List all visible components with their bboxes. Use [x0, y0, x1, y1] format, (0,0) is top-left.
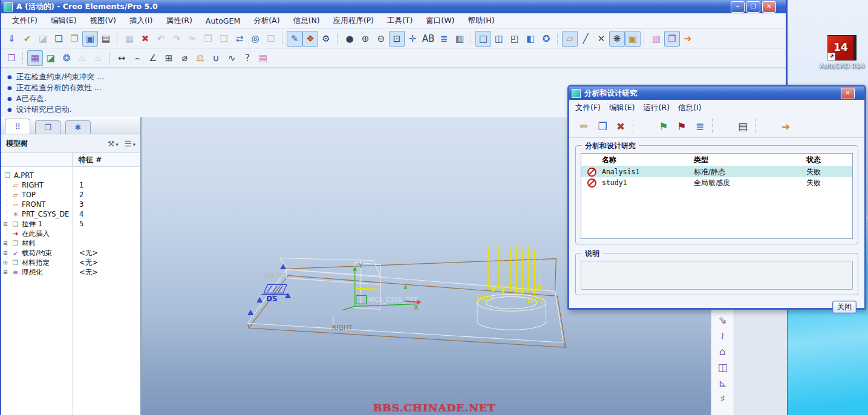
mass-props-icon[interactable]: ⚖	[192, 50, 208, 66]
layers-icon[interactable]: ≣	[436, 31, 452, 47]
context-help-icon[interactable]: ?	[240, 50, 255, 66]
axis-display-icon[interactable]: ╱	[578, 31, 593, 47]
menu-item[interactable]: 视图(V)	[84, 14, 122, 28]
menu-item[interactable]: 帮助(H)	[462, 14, 500, 28]
view-manager-icon[interactable]: ▥	[452, 31, 468, 47]
mass-icon[interactable]: ⌂	[719, 346, 726, 357]
stop-run-icon[interactable]: ⚑	[673, 119, 691, 134]
zoom-out-icon[interactable]: ⊖	[373, 31, 389, 47]
menu-item[interactable]: 文件(F)	[6, 14, 44, 28]
dialog-menu-item[interactable]: 编辑(E)	[609, 101, 642, 115]
dialog-menu-item[interactable]: 运行(R)	[644, 101, 677, 115]
edit-analysis-icon[interactable]: ✏	[575, 119, 593, 134]
save-copy-icon[interactable]: ⇓	[4, 31, 19, 47]
results-icon[interactable]: ➔	[680, 31, 696, 47]
delete-icon[interactable]: ✖	[137, 31, 153, 47]
sketch-diagnostics-icon[interactable]: ✎	[287, 31, 302, 47]
model-tree-tab[interactable]: ⠿	[5, 119, 30, 134]
tree-item-extrude1[interactable]: ⊞ ❏ 拉伸 1 5	[1, 219, 140, 229]
tree-item-material-assign[interactable]: ⊞ ❐ 材料指定 <无>	[1, 258, 140, 267]
tree-item-prt-csys[interactable]: ✳ PRT_CSYS_DE 4	[1, 209, 140, 219]
force-load-icon[interactable]: ⇘	[718, 315, 726, 325]
menu-item[interactable]: 应用程序(P)	[327, 14, 380, 28]
measure-angle-icon[interactable]: ∠	[145, 50, 161, 66]
favorites-tab[interactable]: ✱	[65, 120, 91, 134]
expand-icon[interactable]: ⊞	[3, 250, 11, 256]
expand-icon[interactable]: ⊞	[3, 269, 11, 275]
run-status-icon[interactable]: ≣	[691, 119, 709, 134]
plane-display-icon[interactable]: ▱	[562, 31, 578, 47]
hiddenline-view-icon[interactable]: ◫	[491, 31, 507, 47]
menu-item[interactable]: 信息(N)	[287, 14, 326, 28]
folder-browser-tab[interactable]: ❐	[35, 120, 60, 134]
csys-display-icon[interactable]: ❋	[609, 31, 625, 47]
tree-item-top[interactable]: ▱ TOP 2	[1, 190, 140, 200]
beam-section-icon[interactable]: ⊾	[718, 377, 726, 388]
menu-item[interactable]: 工具(T)	[381, 14, 419, 28]
shell-pair-icon[interactable]: ◫	[717, 362, 727, 373]
lattice-icon[interactable]: ♯	[720, 393, 725, 404]
image-icon[interactable]: ◪	[43, 50, 59, 66]
shaded-view-icon[interactable]: ◧	[523, 31, 538, 47]
print-icon[interactable]: ▤	[98, 31, 114, 47]
tree-item-a-prt[interactable]: ❒ A.PRT	[1, 171, 140, 180]
report-icon[interactable]: ▤	[255, 50, 271, 66]
wireframe-view-icon[interactable]: □	[475, 31, 491, 47]
color-bars-icon[interactable]: ▦	[27, 50, 43, 66]
nohidden-view-icon[interactable]: ◰	[507, 31, 523, 47]
expand-icon[interactable]: ⊞	[3, 221, 11, 227]
description-box[interactable]	[581, 261, 853, 290]
dialog-menu-item[interactable]: 文件(F)	[575, 101, 608, 115]
tree-item-front[interactable]: ▱ FRONT 3	[1, 200, 140, 209]
blocks-cup-icon[interactable]: ❒	[4, 50, 19, 66]
autocad-shortcut[interactable]: 14 ↗ AutoCAD R14	[818, 35, 866, 70]
maximize-button[interactable]: ❐	[746, 1, 760, 13]
measure-section-icon[interactable]: ∪	[208, 50, 224, 66]
open-icon[interactable]: ❐	[67, 31, 82, 47]
zoom-in-icon[interactable]: ⊕	[357, 31, 373, 47]
main-titlebar[interactable]: A (活动的) - Creo Elements/Pro 5.0 – ❐ ✕	[1, 0, 786, 13]
measure-box-icon[interactable]: ⊞	[161, 50, 177, 66]
menu-item[interactable]: 窗口(W)	[420, 14, 460, 28]
menu-item[interactable]: 编辑(E)	[45, 14, 83, 28]
map-globe-icon[interactable]: ❂	[59, 50, 74, 66]
study-row[interactable]: Analysis1 标准/静态 失败	[581, 166, 852, 177]
spring-icon[interactable]: ≀	[720, 330, 724, 341]
menu-item[interactable]: 插入(I)	[123, 14, 158, 28]
texture-icon[interactable]: ▨	[648, 31, 664, 47]
analysis-network-icon[interactable]: ❖	[302, 31, 318, 47]
tree-show-icon[interactable]: ☰▾	[125, 139, 135, 148]
tree-item-insert-here[interactable]: ➜ 在此插入	[1, 229, 140, 238]
tree-item-loads[interactable]: ⊞ ➶ 载荷/约束 <无>	[1, 248, 140, 258]
tree-item-material[interactable]: ⊞ ❐ 材料	[1, 238, 140, 248]
start-run-icon[interactable]: ⚑	[654, 119, 673, 134]
spin-center-icon[interactable]: ✪	[538, 31, 554, 47]
tree-item-right[interactable]: ▱ RIGHT 1	[1, 180, 140, 190]
delete-analysis-icon[interactable]: ✖	[612, 119, 630, 134]
blocks-icon[interactable]: ❒	[664, 31, 680, 47]
measure-arc-icon[interactable]: ⌢	[129, 50, 145, 66]
dialog-close-button[interactable]: ✕	[841, 88, 855, 99]
copy-analysis-icon[interactable]: ❐	[593, 119, 612, 134]
dialog-titlebar[interactable]: 分析和设计研究 ✕	[569, 87, 864, 100]
measure-curve-icon[interactable]: ∿	[224, 50, 240, 66]
study-row[interactable]: study1 全局敏感度 失败	[581, 177, 852, 188]
regenerate-icon[interactable]: ⇄	[232, 31, 247, 47]
minimize-button[interactable]: –	[731, 1, 745, 13]
search-gear-icon[interactable]: ⚙	[318, 31, 334, 47]
menu-item[interactable]: 分析(A)	[247, 14, 286, 28]
dialog-menu-item[interactable]: 信息(I)	[678, 101, 708, 115]
menu-item[interactable]: 属性(R)	[160, 14, 198, 28]
results-rainbow-icon[interactable]: ➔	[777, 119, 795, 134]
display-study-icon[interactable]: ▤	[734, 119, 752, 134]
annotation-display-icon[interactable]: ▣	[625, 31, 641, 47]
menu-item[interactable]: AutoGEM	[200, 15, 246, 27]
expand-icon[interactable]: ⊞	[3, 240, 11, 246]
measure-distance-icon[interactable]: ↔	[114, 50, 129, 66]
expand-icon[interactable]: ⊞	[3, 260, 11, 266]
reorient-icon[interactable]: ✛	[405, 31, 420, 47]
zoom-fit-icon[interactable]: ⊡	[389, 31, 405, 47]
appearance-sphere-icon[interactable]: ●	[342, 31, 357, 47]
tree-item-idealization[interactable]: ⊞ ≋ 理想化 <无>	[1, 267, 140, 277]
new-file-icon[interactable]: ❏	[51, 31, 67, 47]
